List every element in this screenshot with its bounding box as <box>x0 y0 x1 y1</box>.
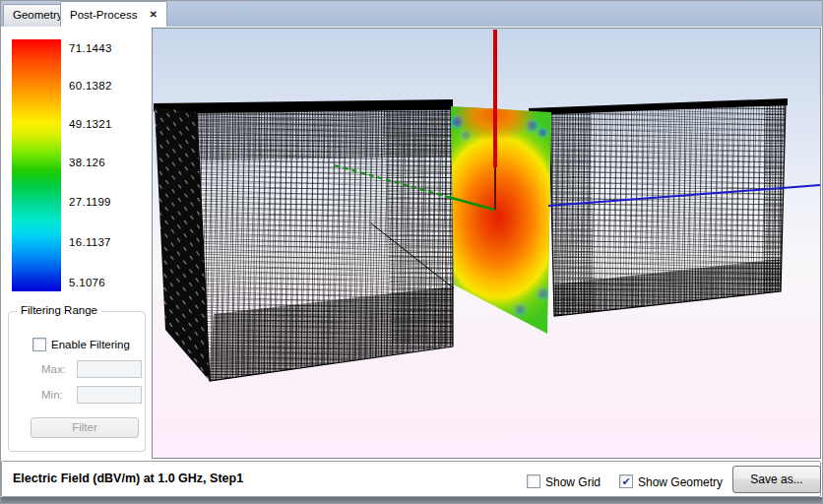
tab-post-process[interactable]: Post-Process ✕ <box>60 1 167 27</box>
show-geometry-checkbox[interactable]: ✔ <box>619 474 633 488</box>
max-input[interactable] <box>77 360 142 378</box>
show-geometry-label: Show Geometry <box>638 475 723 489</box>
color-scale-tick: 16.1137 <box>69 236 148 248</box>
filter-button[interactable]: Filter <box>31 417 139 438</box>
status-bar: Electric Field (dBV/m) at 1.0 GHz, Step1… <box>1 461 821 497</box>
window-bottom-edge <box>0 497 823 504</box>
right-mesh-box <box>529 98 788 316</box>
min-input[interactable] <box>77 386 142 404</box>
close-tab-icon[interactable]: ✕ <box>149 10 157 20</box>
filtering-range-group: Filtering Range Enable Filtering Max: Mi… <box>8 311 146 452</box>
3d-scene <box>153 29 820 458</box>
filtering-range-title: Filtering Range <box>17 304 101 316</box>
left-mesh-box <box>154 99 454 381</box>
max-label: Max: <box>41 363 66 375</box>
min-label: Min: <box>41 389 63 401</box>
color-scale-tick: 71.1443 <box>69 42 148 54</box>
color-scale-tick: 5.1076 <box>69 277 148 288</box>
show-grid-label: Show Grid <box>545 475 601 489</box>
color-scale-tick: 60.1382 <box>69 80 148 92</box>
3d-viewport[interactable] <box>152 28 821 459</box>
enable-filtering-checkbox[interactable] <box>32 338 46 351</box>
color-scale-tick: 27.1199 <box>69 196 148 208</box>
show-grid-checkbox[interactable] <box>527 474 540 488</box>
color-scale-tick: 49.1321 <box>69 118 148 130</box>
tab-bar: Geometry Post-Process ✕ <box>0 0 823 27</box>
color-scale-tick: 38.126 <box>69 157 148 168</box>
color-scale-bar <box>12 39 61 291</box>
tab-post-process-label: Post-Process <box>70 9 137 21</box>
enable-filtering-label: Enable Filtering <box>51 339 130 350</box>
result-description: Electric Field (dBV/m) at 1.0 GHz, Step1 <box>13 472 243 485</box>
save-as-button[interactable]: Save as... <box>732 466 821 493</box>
results-side-panel: 71.1443 60.1382 49.1321 38.126 27.1199 1… <box>0 27 152 461</box>
